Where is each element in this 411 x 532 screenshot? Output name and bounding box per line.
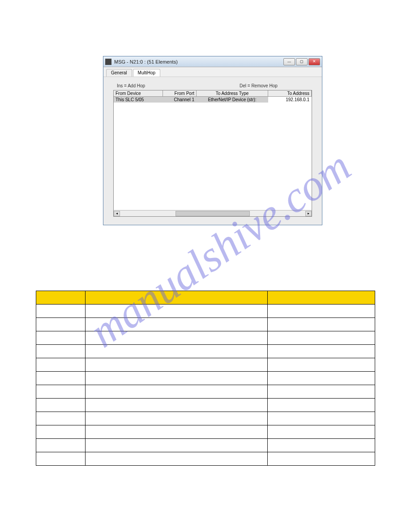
cell-a <box>36 372 86 385</box>
cell-a <box>36 385 86 399</box>
cell-c <box>268 318 375 331</box>
cell-a <box>36 412 86 425</box>
cell-b <box>85 318 267 331</box>
cell-b <box>85 372 267 385</box>
table-row <box>36 399 375 412</box>
table-row <box>36 372 375 385</box>
cell-c <box>268 439 375 452</box>
grid-header: From Device From Port To Address Type To… <box>114 90 312 97</box>
titlebar[interactable]: MSG - N21:0 : (51 Elements) <box>103 56 322 67</box>
cell-a <box>36 331 86 345</box>
dialog-body: Ins = Add Hop Del = Remove Hop From Devi… <box>103 77 322 225</box>
cell-b <box>85 412 267 425</box>
table-row[interactable]: This SLC 5/05 Channel 1 EtherNet/IP Devi… <box>114 97 312 103</box>
col-from-device[interactable]: From Device <box>114 90 163 96</box>
header-col-a <box>36 291 86 305</box>
horizontal-scrollbar[interactable]: ◂ ▸ <box>114 210 312 216</box>
table-row <box>36 412 375 425</box>
cell-from-device: This SLC 5/05 <box>114 97 163 103</box>
cell-c <box>268 358 375 372</box>
table-row <box>36 452 375 466</box>
msg-dialog: MSG - N21:0 : (51 Elements) General Mult… <box>103 56 322 225</box>
cell-c <box>268 385 375 399</box>
tab-row: General MultiHop <box>103 67 322 77</box>
window-title: MSG - N21:0 : (51 Elements) <box>114 59 283 64</box>
tab-general[interactable]: General <box>106 69 132 77</box>
header-col-c <box>268 291 375 305</box>
hint-row: Ins = Add Hop Del = Remove Hop <box>113 83 312 88</box>
cell-b <box>85 345 267 358</box>
table-row <box>36 331 375 345</box>
cell-c <box>268 345 375 358</box>
col-to-addr[interactable]: To Address <box>268 90 312 96</box>
cell-a <box>36 318 86 331</box>
minimize-button[interactable] <box>283 58 295 65</box>
col-to-addr-type[interactable]: To Address Type <box>197 90 268 96</box>
cell-a <box>36 358 86 372</box>
cell-a <box>36 345 86 358</box>
table-row <box>36 318 375 331</box>
grid-empty-area <box>114 103 312 210</box>
multihop-grid[interactable]: From Device From Port To Address Type To… <box>113 90 312 217</box>
cell-c <box>268 452 375 466</box>
hint-add: Ins = Add Hop <box>117 83 186 88</box>
cell-c <box>268 305 375 318</box>
table-header-row <box>36 291 375 305</box>
window-controls <box>283 58 320 65</box>
table-row <box>36 358 375 372</box>
cell-b <box>85 385 267 399</box>
table-row <box>36 425 375 439</box>
cell-b <box>85 425 267 439</box>
maximize-button[interactable] <box>296 58 308 65</box>
scroll-thumb[interactable] <box>176 211 250 216</box>
cell-b <box>85 452 267 466</box>
hint-remove: Del = Remove Hop <box>186 83 308 88</box>
cell-a <box>36 425 86 439</box>
table-row <box>36 345 375 358</box>
cell-b <box>85 331 267 345</box>
cell-a <box>36 305 86 318</box>
cell-b <box>85 358 267 372</box>
scroll-left-button[interactable]: ◂ <box>114 211 120 216</box>
table-row <box>36 305 375 318</box>
cell-c <box>268 331 375 345</box>
cell-a <box>36 439 86 452</box>
cell-b <box>85 439 267 452</box>
scroll-right-button[interactable]: ▸ <box>305 211 312 216</box>
cell-b <box>85 305 267 318</box>
cell-to-addr-type: EtherNet/IP Device (str): <box>197 97 268 103</box>
cell-a <box>36 452 86 466</box>
table-row <box>36 385 375 399</box>
cell-to-addr[interactable]: 192.168.0.1 <box>268 97 312 103</box>
col-from-port[interactable]: From Port <box>163 90 197 96</box>
app-icon <box>105 59 111 65</box>
cell-a <box>36 399 86 412</box>
tab-multihop[interactable]: MultiHop <box>133 69 160 77</box>
table-row <box>36 439 375 452</box>
data-table <box>36 291 375 466</box>
cell-c <box>268 425 375 439</box>
close-button[interactable] <box>308 58 320 65</box>
cell-c <box>268 372 375 385</box>
cell-c <box>268 412 375 425</box>
cell-c <box>268 399 375 412</box>
cell-b <box>85 399 267 412</box>
cell-from-port: Channel 1 <box>163 97 197 103</box>
scroll-track[interactable] <box>120 211 305 216</box>
header-col-b <box>85 291 267 305</box>
